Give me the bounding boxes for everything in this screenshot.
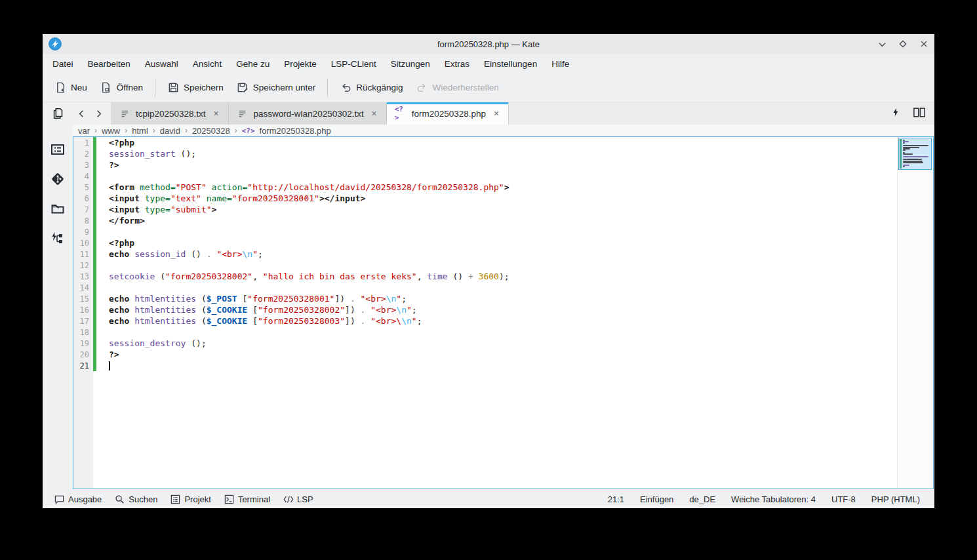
statusbar-button-label: Terminal — [238, 494, 270, 504]
sidebar-tool-folder[interactable] — [50, 201, 66, 216]
statusbar-dictionary[interactable]: de_DE — [681, 492, 723, 506]
toolbar-button-label: Speichern — [184, 83, 224, 92]
documents-icon[interactable] — [50, 106, 66, 121]
statusbar-lsp-button[interactable]: LSP — [278, 492, 319, 506]
code-line[interactable]: 13setcookie ("form20250328002", "hallo i… — [73, 271, 933, 282]
menu-lsp-client[interactable]: LSP-CLient — [324, 56, 384, 71]
menu-projekte[interactable]: Projekte — [277, 56, 324, 71]
sidebar-tool-lsp-tree[interactable] — [50, 230, 66, 246]
code-line[interactable]: 20?> — [73, 349, 933, 360]
left-dock — [43, 136, 73, 490]
toolbar-speichern-button[interactable]: Speichern — [161, 77, 230, 98]
main-area: 1<?php2session_start ();3?>45<form metho… — [43, 136, 934, 490]
menu-datei[interactable]: Datei — [45, 56, 81, 71]
code-line[interactable]: 10<?php — [73, 237, 933, 249]
code-line-text: </form> — [96, 216, 145, 226]
statusbar-suchen-button[interactable]: Suchen — [110, 492, 163, 506]
breadcrumb-segment[interactable]: 20250328 — [192, 126, 230, 136]
line-number: 2 — [73, 150, 93, 159]
line-number: 18 — [73, 328, 93, 337]
code-line[interactable]: 7<input type="submit"> — [73, 204, 933, 215]
code-line[interactable]: 3?> — [73, 159, 933, 170]
code-area[interactable]: 1<?php2session_start ();3?>45<form metho… — [73, 137, 933, 371]
code-line[interactable]: 4 — [73, 170, 933, 182]
close-tab-icon[interactable]: × — [491, 108, 502, 119]
statusbar-syntax-mode[interactable]: PHP (HTML) — [864, 492, 928, 506]
close-tab-icon[interactable]: × — [211, 108, 222, 119]
toolbar-speichern-unter-button[interactable]: Speichern unter — [230, 77, 322, 98]
titlebar[interactable]: form20250328.php — Kate — [43, 34, 934, 54]
line-number: 1 — [73, 138, 93, 148]
toolbar-neu-button[interactable]: Neu — [48, 77, 94, 98]
statusbar-cursor-position[interactable]: 21:1 — [600, 492, 632, 506]
code-line-text: echo htmlentities ($_COOKIE ["form202503… — [96, 316, 422, 326]
menu-auswahl[interactable]: Auswahl — [138, 56, 186, 71]
toolbar: NeuÖffnenSpeichernSpeichern unterRückgän… — [43, 73, 934, 102]
toolbar-wiederherstellen-button: Wiederherstellen — [409, 77, 505, 98]
toolbar-r-ckg-ngig-button[interactable]: Rückgängig — [333, 77, 409, 98]
tab-back-icon[interactable] — [74, 106, 89, 121]
tab-password-wlan20250302-txt[interactable]: password-wlan20250302.txt× — [229, 102, 387, 125]
line-number: 14 — [73, 283, 93, 292]
toolbar-separator — [155, 79, 155, 97]
menu-hilfe[interactable]: Hilfe — [544, 56, 576, 71]
breadcrumb-segment[interactable]: html — [132, 126, 148, 136]
code-line[interactable]: 17echo htmlentities ($_COOKIE ["form2025… — [73, 315, 933, 327]
minimap-scrollbar[interactable] — [897, 137, 933, 489]
sidebar-tool-git[interactable] — [50, 171, 66, 187]
statusbar-insert-mode[interactable]: Einfügen — [632, 492, 681, 506]
minimize-button[interactable] — [877, 39, 887, 49]
breadcrumb-segment[interactable]: www — [102, 126, 120, 136]
menu-sitzungen[interactable]: Sitzungen — [384, 56, 437, 71]
menu-einstellungen[interactable]: Einstellungen — [477, 56, 544, 71]
tab-forward-icon[interactable] — [91, 106, 106, 121]
tab-bar: tcpip20250328.txt×password-wlan20250302.… — [43, 102, 934, 125]
modified-line-marker — [93, 327, 96, 338]
close-button[interactable] — [919, 39, 929, 49]
statusbar-encoding[interactable]: UTF-8 — [824, 492, 864, 506]
minimap-viewport[interactable] — [898, 138, 932, 170]
code-line[interactable]: 6<input type="text" name="form2025032800… — [73, 193, 933, 204]
breadcrumb-segment[interactable]: david — [160, 126, 180, 136]
modified-line-marker — [93, 282, 96, 293]
menu-bearbeiten[interactable]: Bearbeiten — [81, 56, 138, 71]
tab-form20250328-php[interactable]: <?>form20250328.php× — [387, 102, 509, 125]
menu-ansicht[interactable]: Ansicht — [186, 56, 229, 71]
code-line[interactable]: 15echo htmlentities ($_POST ["form202503… — [73, 293, 933, 304]
code-line-text: setcookie ("form20250328002", "hallo ich… — [96, 271, 509, 281]
code-line[interactable]: 16echo htmlentities ($_COOKIE ["form2025… — [73, 304, 933, 315]
code-line[interactable]: 14 — [73, 282, 933, 293]
code-line[interactable]: 18 — [73, 327, 933, 338]
code-line[interactable]: 11echo session_id () . "<br>\n"; — [73, 249, 933, 260]
sidebar-tool-documents-list[interactable] — [50, 142, 66, 157]
code-line[interactable]: 12 — [73, 260, 933, 271]
code-line[interactable]: 8</form> — [73, 215, 933, 226]
code-line-text: ?> — [96, 350, 119, 359]
close-tab-icon[interactable]: × — [369, 108, 380, 119]
code-line[interactable]: 2session_start (); — [73, 148, 933, 159]
breadcrumb-segment[interactable]: var — [78, 126, 90, 136]
toolbar--ffnen-button[interactable]: Öffnen — [94, 77, 150, 98]
breadcrumb-file: form20250328.php — [260, 126, 331, 136]
statusbar-button-label: LSP — [297, 494, 313, 504]
code-line[interactable]: 19session_destroy (); — [73, 338, 933, 349]
statusbar-projekt-button[interactable]: Projekt — [165, 492, 216, 506]
statusbar-terminal-button[interactable]: Terminal — [219, 492, 275, 506]
quick-open-icon[interactable] — [891, 108, 900, 119]
lsp-code-icon — [283, 495, 294, 504]
split-view-icon[interactable] — [913, 108, 925, 120]
statusbar-tab-width[interactable]: Weiche Tabulatoren: 4 — [723, 492, 824, 506]
statusbar-ausgabe-button[interactable]: Ausgabe — [49, 492, 107, 506]
php-file-icon: <?> — [395, 105, 407, 122]
editor-view[interactable]: 1<?php2session_start ();3?>45<form metho… — [73, 136, 934, 489]
project-list-icon — [170, 494, 180, 504]
code-line[interactable]: 21 — [73, 360, 933, 371]
code-line[interactable]: 1<?php — [73, 137, 933, 148]
code-line[interactable]: 5<form method="POST" action="http://loca… — [73, 182, 933, 193]
menu-extras[interactable]: Extras — [437, 56, 477, 71]
code-line[interactable]: 9 — [73, 226, 933, 237]
maximize-button[interactable] — [898, 39, 908, 49]
tab-tcpip20250328-txt[interactable]: tcpip20250328.txt× — [111, 102, 229, 125]
code-line-text: session_destroy (); — [96, 338, 207, 348]
menu-gehe-zu[interactable]: Gehe zu — [229, 56, 277, 71]
